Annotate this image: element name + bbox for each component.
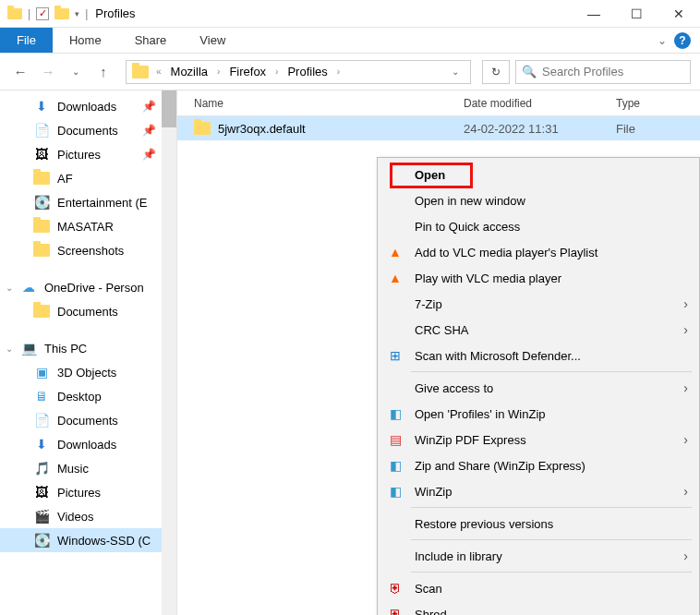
- vlc-icon: ▲: [387, 244, 404, 260]
- downloads-icon: ⬇: [33, 100, 50, 113]
- cm-crc-sha[interactable]: CRC SHA›: [378, 317, 699, 343]
- up-button[interactable]: ↑: [92, 61, 115, 83]
- cm-defender-scan[interactable]: ⊞Scan with Microsoft Defender...: [378, 343, 699, 368]
- address-bar[interactable]: « Mozilla › Firefox › Profiles › ⌄: [126, 60, 471, 84]
- submenu-arrow-icon: ›: [683, 296, 688, 311]
- sidebar-item-desktop[interactable]: 🖥Desktop: [0, 384, 176, 408]
- breadcrumb-mozilla[interactable]: Mozilla: [169, 65, 210, 78]
- videos-icon: 🎬: [33, 510, 50, 523]
- sidebar-item-pictures[interactable]: 🖼Pictures📌: [0, 142, 176, 166]
- pictures-icon: 🖼: [33, 486, 50, 499]
- cm-open[interactable]: Open: [378, 162, 699, 187]
- vlc-icon: ▲: [387, 270, 404, 286]
- cm-give-access[interactable]: Give access to›: [378, 375, 699, 401]
- cm-7zip[interactable]: 7-Zip›: [378, 291, 699, 317]
- cm-winzip-share[interactable]: ◧Zip and Share (WinZip Express): [378, 452, 699, 478]
- help-icon[interactable]: ?: [674, 32, 691, 49]
- sidebar-item-videos[interactable]: 🎬Videos: [0, 504, 176, 528]
- column-header-date[interactable]: Date modified: [464, 97, 616, 110]
- pin-icon: 📌: [142, 148, 156, 161]
- sidebar-item-thispc[interactable]: ⌄💻This PC: [0, 336, 176, 360]
- view-tab[interactable]: View: [183, 28, 242, 53]
- sidebar-scrollbar[interactable]: [162, 90, 176, 615]
- context-menu: Open Open in new window Pin to Quick acc…: [377, 157, 700, 615]
- chevron-icon[interactable]: «: [152, 66, 165, 77]
- navigation-pane: ⬇Downloads📌 📄Documents📌 🖼Pictures📌 AF 💽E…: [0, 90, 177, 615]
- minimize-button[interactable]: —: [573, 0, 615, 28]
- submenu-arrow-icon: ›: [683, 549, 688, 563]
- cm-open-new-window[interactable]: Open in new window: [378, 187, 699, 213]
- sidebar-item-ssd[interactable]: 💽Windows-SSD (C: [0, 528, 176, 552]
- sidebar-item-screenshots[interactable]: Screenshots: [0, 238, 176, 262]
- cm-winzip-pdf[interactable]: ▤WinZip PDF Express›: [378, 427, 699, 452]
- scrollbar-thumb[interactable]: [162, 90, 176, 127]
- share-tab[interactable]: Share: [118, 28, 184, 53]
- close-button[interactable]: ✕: [658, 0, 700, 28]
- chevron-icon[interactable]: ⌄: [6, 344, 13, 354]
- chevron-icon: ›: [333, 66, 344, 77]
- winzip-icon: ◧: [387, 457, 404, 474]
- address-folder-icon: [132, 66, 149, 78]
- cm-mcafee-scan[interactable]: ⛨Scan: [378, 575, 699, 601]
- separator: [411, 572, 692, 573]
- cm-include-library[interactable]: Include in library›: [378, 543, 699, 569]
- search-input[interactable]: 🔍 Search Profiles: [515, 60, 691, 84]
- sidebar-item-entertainment[interactable]: 💽Entertainment (E: [0, 190, 176, 214]
- sidebar-item-onedrive[interactable]: ⌄☁OneDrive - Person: [0, 275, 176, 299]
- drive-icon: 💽: [33, 196, 50, 209]
- window-title: Profiles: [88, 6, 135, 20]
- ribbon-expand-icon[interactable]: ⌄: [658, 34, 667, 47]
- cm-mcafee-shred[interactable]: ⛨Shred: [378, 601, 699, 615]
- file-tab[interactable]: File: [0, 28, 53, 53]
- cm-vlc-play[interactable]: ▲Play with VLC media player: [378, 265, 699, 291]
- downloads-icon: ⬇: [33, 438, 50, 451]
- cm-winzip[interactable]: ◧WinZip›: [378, 478, 699, 504]
- forward-button[interactable]: →: [37, 61, 59, 83]
- pdf-icon: ▤: [387, 431, 404, 448]
- window-icon: [7, 8, 22, 19]
- sidebar-item-3dobjects[interactable]: ▣3D Objects: [0, 360, 176, 384]
- breadcrumb-firefox[interactable]: Firefox: [227, 65, 268, 78]
- cm-winzip-open[interactable]: ◧Open 'Profiles' in WinZip: [378, 401, 699, 427]
- sidebar-item-af[interactable]: AF: [0, 166, 176, 190]
- winzip-icon: ◧: [387, 483, 404, 500]
- 3d-icon: ▣: [33, 366, 50, 379]
- sidebar-item-masatar[interactable]: MASATAR: [0, 214, 176, 238]
- sidebar-item-downloads[interactable]: ⬇Downloads📌: [0, 94, 176, 118]
- sidebar-item-documents[interactable]: 📄Documents📌: [0, 118, 176, 142]
- folder-icon: [33, 305, 50, 318]
- sidebar-item-documents2[interactable]: 📄Documents: [0, 408, 176, 432]
- file-row-selected[interactable]: 5jwr3oqx.default 24-02-2022 11:31 File: [177, 116, 700, 140]
- maximize-button[interactable]: ☐: [615, 0, 658, 28]
- sidebar-item-downloads2[interactable]: ⬇Downloads: [0, 432, 176, 456]
- column-header-name[interactable]: Name: [177, 97, 464, 110]
- column-header-type[interactable]: Type: [616, 97, 700, 110]
- sidebar-item-pictures2[interactable]: 🖼Pictures: [0, 480, 176, 504]
- recent-dropdown-icon[interactable]: ⌄: [65, 61, 87, 83]
- submenu-arrow-icon: ›: [683, 484, 688, 499]
- qat-dropdown-icon[interactable]: ▾: [75, 9, 79, 18]
- sidebar-item-music[interactable]: 🎵Music: [0, 456, 176, 480]
- mcafee-icon: ⛨: [387, 580, 404, 597]
- qat-properties-icon[interactable]: ✓: [36, 7, 49, 20]
- pin-icon: 📌: [142, 124, 156, 137]
- cm-vlc-add[interactable]: ▲Add to VLC media player's Playlist: [378, 239, 699, 265]
- search-placeholder: Search Profiles: [542, 65, 623, 78]
- chevron-icon[interactable]: ⌄: [6, 283, 13, 293]
- breadcrumb-profiles[interactable]: Profiles: [285, 65, 329, 78]
- separator: [411, 539, 692, 540]
- pictures-icon: 🖼: [33, 148, 50, 161]
- home-tab[interactable]: Home: [53, 28, 118, 53]
- qat-newfolder-icon[interactable]: [54, 8, 69, 19]
- address-dropdown-icon[interactable]: ⌄: [444, 66, 466, 77]
- back-button[interactable]: ←: [9, 61, 31, 83]
- music-icon: 🎵: [33, 462, 50, 475]
- separator: [411, 507, 692, 508]
- submenu-arrow-icon: ›: [683, 322, 688, 337]
- cm-pin-quick-access[interactable]: Pin to Quick access: [378, 213, 699, 239]
- refresh-button[interactable]: ↻: [482, 60, 510, 84]
- drive-icon: 💽: [33, 534, 50, 547]
- sidebar-item-od-documents[interactable]: Documents: [0, 299, 176, 323]
- cm-restore-versions[interactable]: Restore previous versions: [378, 511, 699, 537]
- chevron-icon: ›: [213, 66, 223, 77]
